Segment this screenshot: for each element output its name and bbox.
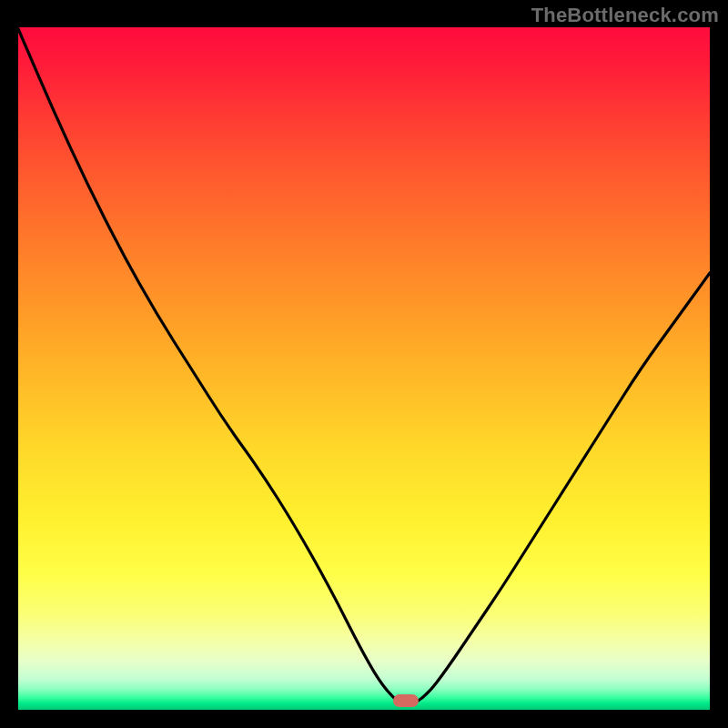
plot-area — [18, 27, 710, 710]
attribution-text: TheBottleneck.com — [531, 4, 719, 27]
bottleneck-curve — [18, 27, 710, 710]
minimum-marker — [393, 694, 419, 707]
chart-frame: TheBottleneck.com — [0, 0, 728, 728]
curve-path — [18, 29, 710, 705]
